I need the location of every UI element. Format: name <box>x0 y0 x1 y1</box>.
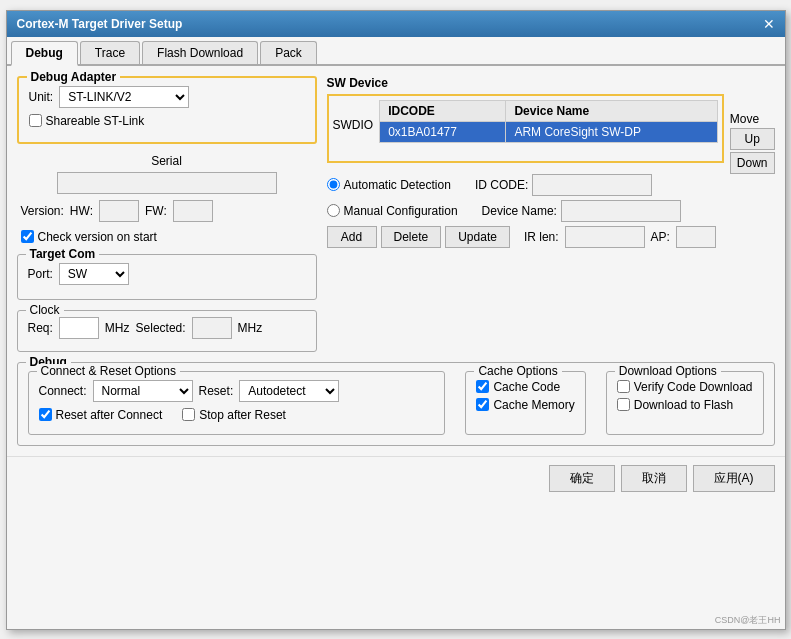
selected-input[interactable]: 4 <box>192 317 232 339</box>
reset-select[interactable]: Autodetect Software Hardware <box>239 380 339 402</box>
col-idcode: IDCODE <box>380 100 506 121</box>
debug-bottom-group: Debug Connect & Reset Options Connect: N… <box>17 362 775 446</box>
tab-pack[interactable]: Pack <box>260 41 317 64</box>
fw-label: FW: <box>145 204 167 218</box>
apply-button[interactable]: 应用(A) <box>693 465 775 492</box>
target-com-label: Target Com <box>26 247 100 261</box>
auto-detection-row: Automatic Detection ID CODE: <box>327 174 775 196</box>
ap-label: AP: <box>651 230 670 244</box>
target-com-group: Target Com Port: SW JTAG <box>17 254 317 300</box>
hw-input[interactable]: V2 <box>99 200 139 222</box>
right-panel: SW Device SWDIO IDCODE Device Name <box>327 76 775 352</box>
ap-input[interactable]: 0 <box>676 226 716 248</box>
manual-config-row: Manual Configuration Device Name: <box>327 200 775 222</box>
cache-options-group: Cache Options Cache Code Cache Memory <box>465 371 585 435</box>
sw-device-table: IDCODE Device Name 0x1BA01477 ARM CoreSi… <box>379 100 718 143</box>
download-flash-checkbox[interactable] <box>617 398 630 411</box>
connect-row: Connect: Normal with Pre-reset Under Res… <box>39 380 435 402</box>
main-content: Debug Adapter Unit: ST-LINK/V2 Shareable… <box>7 66 785 362</box>
cache-memory-checkbox[interactable] <box>476 398 489 411</box>
action-buttons: Add Delete Update IR len: AP: 0 <box>327 226 775 248</box>
device-name-label: Device Name: <box>482 204 557 218</box>
download-options-group: Download Options Verify Code Download Do… <box>606 371 764 435</box>
connect-label: Connect: <box>39 384 87 398</box>
sw-device-section: SW Device SWDIO IDCODE Device Name <box>327 76 775 248</box>
tab-trace[interactable]: Trace <box>80 41 140 64</box>
close-button[interactable]: ✕ <box>763 17 775 31</box>
title-bar: Cortex-M Target Driver Setup ✕ <box>7 11 785 37</box>
unit-select[interactable]: ST-LINK/V2 <box>59 86 189 108</box>
connect-reset-label: Connect & Reset Options <box>37 364 180 378</box>
verify-code-row: Verify Code Download <box>617 380 753 394</box>
verify-code-label: Verify Code Download <box>634 380 753 394</box>
connect-select[interactable]: Normal with Pre-reset Under Reset <box>93 380 193 402</box>
clock-group: Clock Req: 10 MHz Selected: 4 MHz <box>17 310 317 352</box>
table-row[interactable]: 0x1BA01477 ARM CoreSight SW-DP <box>380 121 718 142</box>
ir-len-input[interactable] <box>565 226 645 248</box>
reset-label: Reset: <box>199 384 234 398</box>
move-label: Move <box>730 112 775 126</box>
watermark: CSDN@老王HH <box>715 614 781 627</box>
port-select[interactable]: SW JTAG <box>59 263 129 285</box>
manual-config-label: Manual Configuration <box>344 204 458 218</box>
auto-detection-label: Automatic Detection <box>344 178 451 192</box>
stop-after-reset-row: Stop after Reset <box>182 408 286 422</box>
cache-code-checkbox[interactable] <box>476 380 489 393</box>
tab-bar: Debug Trace Flash Download Pack <box>7 37 785 66</box>
move-up-button[interactable]: Up <box>730 128 775 150</box>
swdio-row: SWDIO IDCODE Device Name <box>333 100 718 151</box>
move-down-button[interactable]: Down <box>730 152 775 174</box>
manual-config-radio[interactable] <box>327 204 340 217</box>
ir-len-label: IR len: <box>524 230 559 244</box>
cache-options-label: Cache Options <box>474 364 561 378</box>
tab-debug[interactable]: Debug <box>11 41 78 66</box>
unit-label: Unit: <box>29 90 54 104</box>
id-code-input[interactable] <box>532 174 652 196</box>
cell-idcode: 0x1BA01477 <box>380 121 506 142</box>
check-version-label: Check version on start <box>38 230 157 244</box>
mhz-label1: MHz <box>105 321 130 335</box>
debug-adapter-group: Debug Adapter Unit: ST-LINK/V2 Shareable… <box>17 76 317 144</box>
shareable-label: Shareable ST-Link <box>46 114 145 128</box>
stop-after-reset-label: Stop after Reset <box>199 408 286 422</box>
download-flash-label: Download to Flash <box>634 398 733 412</box>
ir-ap-row: IR len: AP: 0 <box>524 226 716 248</box>
port-label: Port: <box>28 267 53 281</box>
cache-code-row: Cache Code <box>476 380 574 394</box>
device-name-input[interactable] <box>561 200 681 222</box>
download-options-label: Download Options <box>615 364 721 378</box>
cache-memory-label: Cache Memory <box>493 398 574 412</box>
fw-input[interactable]: V2J35S7 <box>173 200 213 222</box>
bottom-section: Debug Connect & Reset Options Connect: N… <box>7 362 785 456</box>
ok-button[interactable]: 确定 <box>549 465 615 492</box>
selected-label: Selected: <box>136 321 186 335</box>
serial-input[interactable]: 54FF6C067285495536130967 <box>57 172 277 194</box>
cache-memory-row: Cache Memory <box>476 398 574 412</box>
shareable-checkbox[interactable] <box>29 114 42 127</box>
req-label: Req: <box>28 321 53 335</box>
footer: 确定 取消 应用(A) <box>7 456 785 500</box>
check-version-checkbox[interactable] <box>21 230 34 243</box>
reset-after-connect-label: Reset after Connect <box>56 408 163 422</box>
swdio-label: SWDIO <box>333 118 374 132</box>
id-code-label: ID CODE: <box>475 178 528 192</box>
mhz-label2: MHz <box>238 321 263 335</box>
verify-code-checkbox[interactable] <box>617 380 630 393</box>
add-button[interactable]: Add <box>327 226 377 248</box>
stop-after-reset-checkbox[interactable] <box>182 408 195 421</box>
download-flash-row: Download to Flash <box>617 398 753 412</box>
reset-after-connect-checkbox[interactable] <box>39 408 52 421</box>
update-button[interactable]: Update <box>445 226 510 248</box>
tab-flash-download[interactable]: Flash Download <box>142 41 258 64</box>
req-input[interactable]: 10 <box>59 317 99 339</box>
sw-device-group-label: SW Device <box>327 76 775 90</box>
connect-reset-group: Connect & Reset Options Connect: Normal … <box>28 371 446 435</box>
debug-adapter-label: Debug Adapter <box>27 70 121 84</box>
hw-label: HW: <box>70 204 93 218</box>
dialog: Cortex-M Target Driver Setup ✕ Debug Tra… <box>6 10 786 630</box>
cancel-button[interactable]: 取消 <box>621 465 687 492</box>
auto-detection-radio[interactable] <box>327 178 340 191</box>
version-label: Version: <box>21 204 64 218</box>
delete-button[interactable]: Delete <box>381 226 442 248</box>
bottom-inner: Connect & Reset Options Connect: Normal … <box>28 371 764 435</box>
